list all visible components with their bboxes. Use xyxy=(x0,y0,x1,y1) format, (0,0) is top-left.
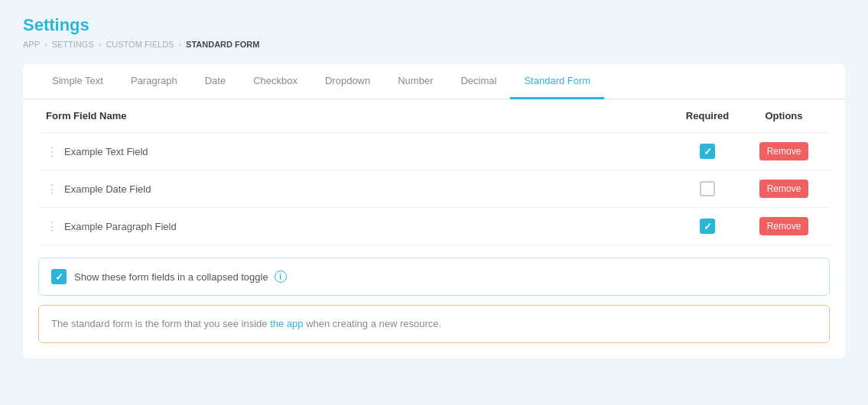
breadcrumb-sep-2: › xyxy=(99,40,102,49)
toggle-label: Show these form fields in a collapsed to… xyxy=(74,271,287,283)
tab-simple-text[interactable]: Simple Text xyxy=(38,64,117,99)
table-header: Form Field Name Required Options xyxy=(38,99,830,133)
breadcrumb-current: STANDARD FORM xyxy=(186,40,259,49)
options-cell-1: Remove xyxy=(746,142,822,160)
info-icon[interactable]: i xyxy=(275,271,287,283)
required-checkbox-3[interactable] xyxy=(700,219,715,234)
breadcrumb-sep-3: › xyxy=(178,40,181,49)
page: Settings APP › SETTINGS › CUSTOM FIELDS … xyxy=(0,0,868,405)
info-section: The standard form is the form that you s… xyxy=(38,305,830,343)
breadcrumb: APP › SETTINGS › CUSTOM FIELDS › STANDAR… xyxy=(23,40,845,49)
drag-handle-2[interactable]: ⋮ xyxy=(46,182,58,196)
required-checkbox-1[interactable] xyxy=(700,144,715,159)
table-row: ⋮ Example Date Field Remove xyxy=(38,170,830,208)
tabs-container: Simple Text Paragraph Date Checkbox Drop… xyxy=(23,64,845,99)
required-cell-3 xyxy=(669,219,746,234)
remove-button-3[interactable]: Remove xyxy=(759,217,809,235)
toggle-checkbox[interactable] xyxy=(51,269,67,284)
required-cell-1 xyxy=(669,144,746,159)
tab-date[interactable]: Date xyxy=(191,64,239,99)
toggle-section: Show these form fields in a collapsed to… xyxy=(38,258,830,296)
breadcrumb-settings: SETTINGS xyxy=(52,40,94,49)
tab-checkbox[interactable]: Checkbox xyxy=(239,64,311,99)
table-row: ⋮ Example Text Field Remove xyxy=(38,133,830,170)
options-cell-3: Remove xyxy=(746,217,822,235)
page-title: Settings xyxy=(23,15,845,35)
toggle-text: Show these form fields in a collapsed to… xyxy=(74,271,268,283)
required-checkbox-2[interactable] xyxy=(700,181,715,196)
content-area: Form Field Name Required Options ⋮ Examp… xyxy=(23,99,845,358)
remove-button-2[interactable]: Remove xyxy=(759,180,809,198)
info-text-after: when creating a new resource. xyxy=(304,318,442,329)
tab-dropdown[interactable]: Dropdown xyxy=(311,64,384,99)
info-text-before: The standard form is the form that you s… xyxy=(51,318,270,329)
row-label-3: Example Paragraph Field xyxy=(64,221,669,232)
row-label-1: Example Text Field xyxy=(64,146,669,157)
tab-standard-form[interactable]: Standard Form xyxy=(510,64,604,99)
remove-button-1[interactable]: Remove xyxy=(759,142,809,160)
tab-number[interactable]: Number xyxy=(384,64,447,99)
tab-paragraph[interactable]: Paragraph xyxy=(117,64,191,99)
drag-handle-3[interactable]: ⋮ xyxy=(46,219,58,234)
tabs: Simple Text Paragraph Date Checkbox Drop… xyxy=(23,64,845,99)
tab-decimal[interactable]: Decimal xyxy=(447,64,510,99)
breadcrumb-custom-fields: CUSTOM FIELDS xyxy=(106,40,174,49)
table-row: ⋮ Example Paragraph Field Remove xyxy=(38,208,830,245)
header-name: Form Field Name xyxy=(46,110,669,122)
breadcrumb-app: APP xyxy=(23,40,40,49)
row-label-2: Example Date Field xyxy=(64,183,669,195)
drag-handle-1[interactable]: ⋮ xyxy=(46,144,58,159)
header-required: Required xyxy=(669,110,746,122)
breadcrumb-sep-1: › xyxy=(44,40,47,49)
header-options: Options xyxy=(746,110,822,122)
info-link[interactable]: the app xyxy=(270,318,303,329)
options-cell-2: Remove xyxy=(746,180,822,198)
required-cell-2 xyxy=(669,181,746,196)
